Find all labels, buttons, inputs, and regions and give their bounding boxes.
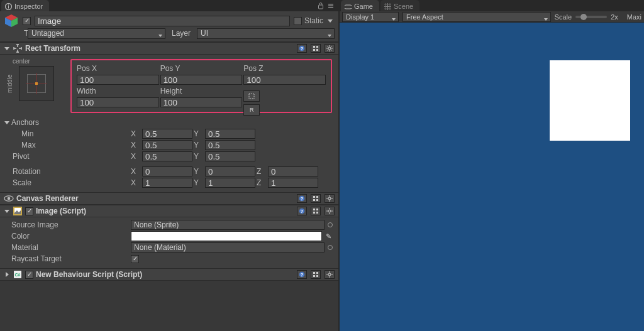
panel-menu-icon[interactable] — [327, 2, 335, 9]
gear-icon[interactable] — [325, 270, 335, 279]
height-input[interactable] — [160, 97, 243, 107]
svg-line-23 — [331, 50, 332, 51]
tag-dropdown[interactable]: Untagged — [28, 28, 165, 39]
posz-label: Pos Z — [243, 63, 326, 74]
anchor-preset-button[interactable] — [19, 66, 54, 101]
pivot-label: Pivot — [4, 152, 130, 161]
tab-game[interactable]: Game — [341, 0, 379, 11]
gameobject-active-checkbox[interactable] — [23, 17, 31, 25]
material-field[interactable]: None (Material) — [131, 242, 325, 252]
preset-icon[interactable] — [311, 194, 321, 203]
aspect-dropdown[interactable]: Free Aspect — [402, 12, 551, 22]
max-label: Max — [4, 141, 130, 149]
svg-line-25 — [328, 50, 329, 51]
object-picker-icon[interactable] — [328, 245, 333, 250]
posx-input[interactable] — [77, 75, 159, 85]
game-icon — [345, 3, 352, 10]
help-icon[interactable]: ? — [297, 270, 307, 279]
anchor-min-x[interactable] — [142, 129, 192, 139]
svg-text:C#: C# — [15, 273, 21, 277]
blueprint-mode-button[interactable] — [243, 90, 260, 102]
game-view[interactable] — [340, 23, 644, 331]
gear-icon[interactable] — [325, 194, 335, 203]
svg-rect-2 — [8, 4, 9, 5]
anchor-min-y[interactable] — [205, 129, 255, 139]
source-image-field[interactable]: None (Sprite) — [131, 220, 325, 230]
svg-rect-60 — [313, 275, 315, 277]
preset-icon[interactable] — [311, 270, 321, 279]
rendered-ui-image — [550, 60, 630, 141]
new-behaviour-header[interactable]: C# New Behaviour Script (Script) ? — [0, 268, 338, 281]
layer-dropdown[interactable]: UI — [197, 28, 335, 39]
height-label: Height — [160, 85, 243, 97]
svg-rect-61 — [316, 275, 318, 277]
script-icon: C# — [13, 269, 23, 279]
raw-edit-button[interactable]: R — [243, 104, 260, 116]
rotation-z[interactable] — [268, 166, 318, 176]
lock-icon[interactable] — [317, 2, 325, 9]
posy-input[interactable] — [160, 75, 243, 85]
static-checkbox[interactable] — [294, 17, 302, 25]
anchor-max-y[interactable] — [205, 140, 255, 150]
new-behaviour-title: New Behaviour Script (Script) — [36, 270, 142, 279]
image-enabled-checkbox[interactable] — [25, 207, 33, 215]
svg-rect-46 — [316, 209, 318, 210]
gameobject-icon[interactable] — [4, 13, 19, 28]
svg-rect-26 — [249, 94, 254, 99]
gear-icon[interactable] — [325, 44, 335, 53]
gameobject-name-input[interactable] — [35, 16, 290, 26]
anchors-foldout[interactable] — [4, 119, 10, 126]
svg-point-49 — [328, 210, 331, 212]
image-component-header[interactable]: Image (Script) ? — [0, 205, 338, 217]
pivot-y[interactable] — [205, 151, 255, 161]
width-input[interactable] — [77, 97, 159, 107]
anchor-max-x[interactable] — [142, 140, 192, 150]
scale-slider[interactable] — [575, 16, 607, 18]
foldout-icon[interactable] — [4, 45, 10, 52]
posz-input[interactable] — [243, 75, 326, 85]
rotation-y[interactable] — [205, 166, 255, 176]
raycast-target-checkbox[interactable] — [131, 255, 139, 263]
maximize-label: Maxi — [627, 13, 641, 21]
tab-inspector[interactable]: Inspector — [1, 0, 49, 11]
canvas-renderer-header[interactable]: Canvas Renderer ? — [0, 192, 338, 205]
scale-x[interactable] — [142, 178, 192, 188]
rect-transform-title: Rect Transform — [25, 44, 80, 53]
right-tabbar: Game Scene — [340, 0, 644, 11]
tab-scene[interactable]: Scene — [380, 0, 419, 11]
material-label: Material — [4, 243, 130, 252]
help-icon[interactable]: ? — [297, 44, 307, 53]
preset-icon[interactable] — [311, 44, 321, 53]
static-dropdown-arrow[interactable] — [326, 16, 335, 25]
color-field[interactable] — [131, 231, 322, 241]
svg-rect-15 — [313, 49, 315, 51]
rect-transform-header[interactable]: Rect Transform ? — [0, 42, 338, 55]
inspector-panel: Inspector Static — [0, 0, 338, 331]
eyedropper-icon[interactable] — [326, 232, 335, 241]
svg-rect-32 — [316, 196, 318, 198]
anchor-middle-label: middle — [6, 75, 13, 93]
gear-icon[interactable] — [325, 207, 335, 215]
display-dropdown[interactable]: Display 1 — [342, 12, 399, 22]
image-component-body: Source Image None (Sprite) Color Materia… — [0, 217, 338, 268]
foldout-icon[interactable] — [4, 208, 10, 214]
foldout-icon[interactable] — [4, 271, 10, 278]
canvas-renderer-title: Canvas Renderer — [16, 194, 79, 203]
svg-text:?: ? — [301, 46, 303, 51]
script-enabled-checkbox[interactable] — [25, 271, 33, 279]
help-icon[interactable]: ? — [297, 194, 307, 203]
svg-text:?: ? — [301, 209, 303, 214]
svg-rect-5 — [328, 6, 333, 6]
object-picker-icon[interactable] — [328, 222, 333, 227]
scale-label: Scale — [4, 178, 130, 187]
gameobject-header: Static Tag Untagged Layer UI — [0, 11, 338, 42]
tag-label: Tag — [4, 29, 24, 38]
pivot-x[interactable] — [142, 151, 192, 161]
scale-y[interactable] — [205, 178, 255, 188]
rotation-x[interactable] — [142, 166, 192, 176]
scale-z[interactable] — [268, 178, 318, 188]
preset-icon[interactable] — [311, 207, 321, 215]
help-icon[interactable]: ? — [297, 207, 307, 215]
svg-rect-48 — [316, 212, 318, 214]
position-highlight-box: Pos X Pos Y Pos Z Width Height — [70, 59, 332, 113]
